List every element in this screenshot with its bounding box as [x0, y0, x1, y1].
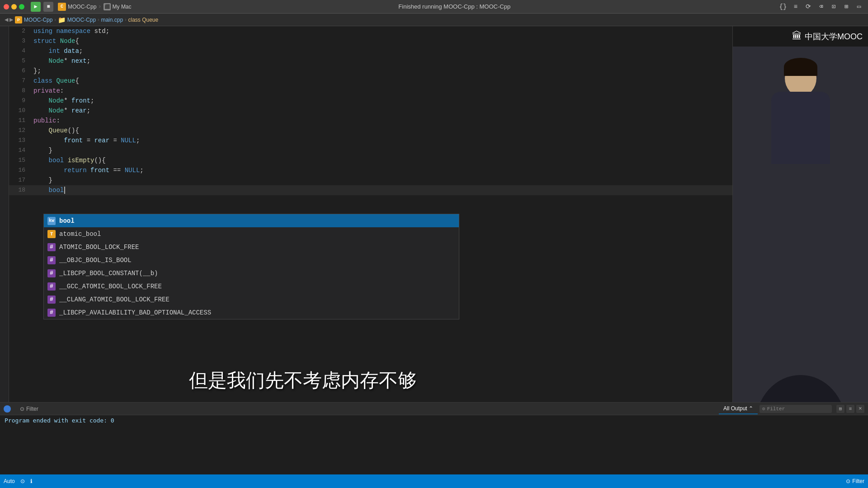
- code-line-3: 3 struct Node{: [9, 36, 732, 46]
- run-button[interactable]: ▶: [31, 2, 41, 12]
- ac-label-atomic-bool: atomic_bool: [59, 230, 101, 238]
- bottom-right-icons: ⊞ ≡ ×: [836, 405, 864, 413]
- autocomplete-item-clang-atomic-bool[interactable]: # __CLANG_ATOMIC_BOOL_LOCK_FREE: [44, 293, 459, 306]
- mac-icon: ⬛: [104, 3, 111, 10]
- hash-icon-1: #: [47, 243, 56, 251]
- breadcrumb-class[interactable]: class Queue: [128, 17, 158, 23]
- autocomplete-item-atomic-bool[interactable]: T atomic_bool: [44, 227, 459, 240]
- output-text: Program ended with exit code: 0: [5, 417, 114, 424]
- bottom-panel: ⊙ Filter All Output ⌃ ⊙ Filter ⊞ ≡ × Pro…: [0, 402, 868, 474]
- filter-search-icon: ⊙: [762, 406, 765, 412]
- mooc-logo-icon: 🏛: [792, 30, 802, 42]
- ac-label-libcpp-availability: _LIBCPP_AVAILABILITY_BAD_OPTIONAL_ACCESS: [59, 309, 211, 316]
- breadcrumb-sep1: ›: [54, 17, 56, 22]
- code-line-13: 13 front = rear = NULL;: [9, 136, 732, 145]
- code-line-2: 2 using namespace std;: [9, 26, 732, 36]
- layout2-icon[interactable]: ⊞: [841, 1, 852, 12]
- close-button[interactable]: [4, 4, 9, 9]
- breadcrumb: ◀ ▶ P MOOC-Cpp › 📁 MOOC-Cpp › main.cpp ›…: [0, 14, 868, 26]
- code-line-4: 4 int data;: [9, 46, 732, 56]
- error-icon[interactable]: ⊙: [20, 478, 25, 484]
- code-line-12: 12 Queue(){: [9, 126, 732, 136]
- window-title: Finished running MOOC-Cpp : MOOC-Cpp: [398, 3, 510, 10]
- braces-icon[interactable]: {}: [778, 1, 788, 12]
- project-name: MOOC-Cpp: [68, 4, 96, 10]
- filter-icon-left: ⊙: [20, 406, 24, 412]
- ac-label-objc-bool: __OBJC_BOOL_IS_BOOL: [59, 257, 132, 264]
- all-output-tab[interactable]: All Output ⌃: [719, 404, 758, 414]
- code-line-5: 5 Node* next;: [9, 56, 732, 66]
- autocomplete-item-objc-bool[interactable]: # __OBJC_BOOL_IS_BOOL: [44, 253, 459, 267]
- filter-left-area[interactable]: ⊙ Filter: [15, 404, 43, 414]
- hash-icon-6: #: [47, 309, 56, 317]
- auto-status[interactable]: Auto: [4, 478, 15, 484]
- grid-icon[interactable]: ⊞: [836, 405, 844, 413]
- filter-label-left: Filter: [26, 406, 38, 412]
- autocomplete-item-libcpp-availability[interactable]: # _LIBCPP_AVAILABILITY_BAD_OPTIONAL_ACCE…: [44, 306, 459, 319]
- output-area: Program ended with exit code: 0: [0, 415, 868, 474]
- person-body: [771, 92, 830, 164]
- output-tab-label: All Output ⌃: [723, 405, 753, 412]
- code-line-11: 11 public:: [9, 116, 732, 126]
- hash-icon-5: #: [47, 296, 56, 304]
- minimize-button[interactable]: [11, 4, 17, 9]
- kw-icon: kw: [47, 217, 56, 225]
- refresh-icon[interactable]: ⟳: [803, 1, 814, 12]
- autocomplete-item-libcpp-bool-constant[interactable]: # _LIBCPP_BOOL_CONSTANT(__b): [44, 267, 459, 280]
- info-icon[interactable]: ℹ: [30, 478, 33, 484]
- filter-right-status[interactable]: ⊙ Filter: [846, 478, 864, 484]
- info-circle-icon: ℹ: [30, 478, 33, 484]
- list-icon[interactable]: ≡: [790, 1, 801, 12]
- mooc-logo-text: 中国大学MOOC: [805, 31, 863, 42]
- project-icon: P: [15, 16, 22, 23]
- maximize-button[interactable]: [19, 4, 24, 9]
- list-icon-bottom[interactable]: ≡: [846, 405, 854, 413]
- code-line-9: 9 Node* front;: [9, 96, 732, 106]
- layout1-icon[interactable]: ⊡: [828, 1, 839, 12]
- ac-label-gcc-atomic-bool: __GCC_ATOMIC_BOOL_LOCK_FREE: [59, 283, 162, 290]
- code-line-18: 18 bool: [9, 185, 732, 195]
- code-line-17: 17 }: [9, 175, 732, 185]
- code-line-6: 6 };: [9, 66, 732, 76]
- bottom-tabs: ⊙ Filter All Output ⌃ ⊙ Filter ⊞ ≡ ×: [0, 403, 868, 415]
- breadcrumb-sep2: ›: [98, 17, 99, 22]
- status-right: ⊙ Filter: [846, 478, 864, 484]
- nav-arrows[interactable]: ◀ ▶: [5, 17, 13, 23]
- stop-button[interactable]: ■: [43, 2, 53, 12]
- auto-label: Auto: [4, 478, 15, 484]
- hash-icon-4: #: [47, 282, 56, 291]
- autocomplete-item-bool[interactable]: kw bool: [44, 214, 459, 227]
- tab-indicator: [4, 405, 11, 413]
- ac-label-atomic-bool-lock-free: ATOMIC_BOOL_LOCK_FREE: [59, 244, 139, 251]
- ac-label-libcpp-bool-constant: _LIBCPP_BOOL_CONSTANT(__b): [59, 270, 158, 277]
- code-line-16: 16 return front == NULL;: [9, 165, 732, 175]
- file-type-icon: C: [58, 3, 66, 11]
- autocomplete-dropdown[interactable]: kw bool T atomic_bool # ATOMIC_BOOL_LOCK…: [43, 214, 459, 319]
- breadcrumb-folder[interactable]: MOOC-Cpp: [67, 17, 96, 23]
- close-icon-bottom[interactable]: ×: [856, 405, 864, 413]
- autocomplete-item-gcc-atomic-bool[interactable]: # __GCC_ATOMIC_BOOL_LOCK_FREE: [44, 280, 459, 293]
- person-hair: [784, 58, 817, 76]
- back-icon[interactable]: ⌫: [816, 1, 826, 12]
- autocomplete-item-atomic-bool-lock-free[interactable]: # ATOMIC_BOOL_LOCK_FREE: [44, 240, 459, 253]
- breadcrumb-file[interactable]: main.cpp: [101, 17, 123, 23]
- mooc-logo-area: 🏛 中国大学MOOC: [733, 26, 868, 47]
- code-line-10: 10 Node* rear;: [9, 106, 732, 116]
- ac-label-bool: bool: [59, 217, 75, 225]
- folder-icon: 📁: [58, 16, 66, 23]
- code-line-8: 8 private:: [9, 86, 732, 96]
- status-bar: Auto ⊙ ℹ ⊙ Filter: [0, 474, 868, 488]
- mac-name: My Mac: [113, 4, 132, 10]
- layout3-icon[interactable]: ▭: [854, 1, 864, 12]
- filter-placeholder: Filter: [767, 406, 785, 412]
- breadcrumb-sep3: ›: [125, 17, 126, 22]
- filter-status-icon: ⊙: [846, 478, 850, 484]
- breadcrumb-project[interactable]: MOOC-Cpp: [24, 17, 52, 23]
- code-line-7: 7 class Queue{: [9, 76, 732, 86]
- hash-icon-2: #: [47, 256, 56, 264]
- separator: ›: [98, 4, 101, 10]
- warning-icon: ⊙: [20, 478, 25, 484]
- filter-input-right[interactable]: ⊙ Filter: [760, 405, 832, 413]
- code-line-14: 14 }: [9, 145, 732, 155]
- filter-status-label: Filter: [852, 478, 864, 484]
